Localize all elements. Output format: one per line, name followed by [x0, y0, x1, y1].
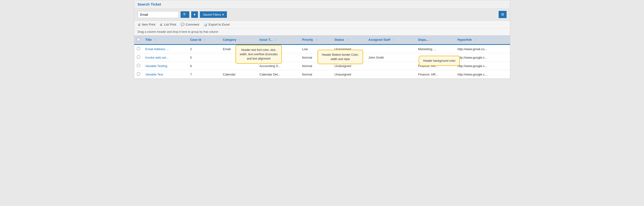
row-title[interactable]: Variable Test: [143, 70, 188, 79]
row-issue-type: Address Book...: [257, 45, 300, 53]
toolbar: 🔍 ▼ Saved Filters ▾ ⚙: [134, 8, 510, 21]
col-header-caseid[interactable]: Case Id ⋮: [188, 36, 220, 45]
saved-filters-arrow: ▾: [222, 13, 224, 16]
table-wrap: Title ⋮ Case Id ⋮ Category ⋮ Issue T..: [134, 36, 510, 79]
col-menu-status[interactable]: ⋮: [346, 38, 349, 42]
row-assigned-staff: [366, 45, 416, 53]
list-print-button[interactable]: 🖨 List Print: [160, 23, 176, 26]
row-checkbox[interactable]: [134, 53, 143, 62]
row-checkbox[interactable]: [134, 45, 143, 53]
row-assigned-staff: John Smith: [366, 53, 416, 62]
table-row: Variable Testing 6 Accounting S... Norma…: [134, 62, 510, 70]
col-menu-issue-type[interactable]: ⋮: [274, 38, 277, 42]
action-bar: 🖨 Item Print 🖨 List Print 💬 Comment 📊 Ex…: [134, 21, 510, 28]
gear-button[interactable]: ⚙: [498, 11, 506, 18]
list-print-icon: 🖨: [160, 23, 163, 26]
drag-hint: Drag a column header and drop it here to…: [134, 28, 510, 36]
export-excel-button[interactable]: 📊 Export to Excel: [204, 23, 230, 26]
row-department: Finance; HR...: [416, 70, 455, 79]
col-header-title[interactable]: Title ⋮: [143, 36, 188, 45]
col-header-status[interactable]: Status ⋮: [332, 36, 366, 45]
filter-icon: ▼: [193, 13, 196, 16]
row-department: Marketing; ...: [416, 45, 455, 53]
col-menu-caseid[interactable]: ⋮: [203, 38, 206, 42]
gear-icon: ⚙: [501, 12, 504, 16]
search-icon: 🔍: [183, 13, 187, 16]
table-header-row: Title ⋮ Case Id ⋮ Category ⋮ Issue T..: [134, 36, 510, 45]
col-menu-hyperlink[interactable]: ⋮: [474, 38, 476, 42]
row-priority: Low: [300, 45, 332, 53]
filter-button[interactable]: ▼: [191, 11, 198, 18]
row-category: Calendar: [220, 70, 257, 79]
col-menu-title[interactable]: ⋮: [154, 38, 156, 42]
saved-filters-label: Saved Filters: [203, 13, 221, 16]
row-caseid: 5: [188, 53, 220, 62]
row-category: [220, 53, 257, 62]
row-hyperlink[interactable]: http://www.google.c...: [455, 53, 510, 62]
col-header-assigned-staff[interactable]: Assigned Staff ⋮: [366, 36, 416, 45]
col-menu-department[interactable]: ⋮: [430, 38, 433, 42]
row-title[interactable]: Invoke web ser...: [143, 53, 188, 62]
window-title: Search Ticket: [138, 2, 161, 6]
title-bar: Search Ticket: [134, 0, 510, 8]
comment-icon: 💬: [180, 23, 184, 26]
row-priority: Normal: [300, 53, 332, 62]
row-department: Finance; HR...: [416, 62, 455, 70]
row-checkbox[interactable]: [134, 62, 143, 70]
row-status: Unassigned: [332, 70, 366, 79]
row-title[interactable]: Variable Testing: [143, 62, 188, 70]
table-row: Email Address ... 2 Email Address Book..…: [134, 45, 510, 53]
row-assigned-staff: [366, 62, 416, 70]
search-input[interactable]: [138, 11, 179, 18]
col-menu-assigned-staff[interactable]: ⋮: [392, 38, 395, 42]
saved-filters-button[interactable]: Saved Filters ▾: [200, 11, 227, 18]
col-menu-category[interactable]: ⋮: [238, 38, 241, 42]
row-caseid: 7: [188, 70, 220, 79]
col-header-priority[interactable]: Priority ⋮: [300, 36, 332, 45]
col-header-checkbox[interactable]: [134, 36, 143, 45]
row-issue-type: [257, 53, 300, 62]
col-header-issue-type[interactable]: Issue T... ⋮: [257, 36, 300, 45]
row-category: [220, 62, 257, 70]
row-assigned-staff: [366, 70, 416, 79]
list-print-label: List Print: [164, 23, 176, 26]
export-icon: 📊: [204, 23, 207, 26]
row-issue-type: Accounting S...: [257, 62, 300, 70]
comment-button[interactable]: 💬 Comment: [180, 23, 199, 26]
row-category: Email: [220, 45, 257, 53]
row-checkbox[interactable]: [134, 70, 143, 79]
main-content: 🖨 Item Print 🖨 List Print 💬 Comment 📊 Ex…: [134, 21, 510, 79]
export-label: Export to Excel: [208, 23, 230, 26]
col-header-category[interactable]: Category ⋮: [220, 36, 257, 45]
item-print-button[interactable]: 🖨 Item Print: [138, 23, 156, 26]
table-row: Variable Test 7 Calendar Calendar Del...…: [134, 70, 510, 79]
row-department: [416, 53, 455, 62]
row-hyperlink[interactable]: http://www.google.c...: [455, 70, 510, 79]
row-issue-type: Calendar Del...: [257, 70, 300, 79]
col-menu-priority[interactable]: ⋮: [315, 38, 318, 42]
row-priority: Normal: [300, 62, 332, 70]
table-row: Invoke web ser... 5 Normal Assigned John…: [134, 53, 510, 62]
row-caseid: 6: [188, 62, 220, 70]
row-title[interactable]: Email Address ...: [143, 45, 188, 53]
row-hyperlink[interactable]: http://www.google.c...: [455, 62, 510, 70]
search-button[interactable]: 🔍: [180, 11, 189, 18]
col-header-department[interactable]: Depa... ⋮: [416, 36, 455, 45]
row-status: Unassigned: [332, 45, 366, 53]
row-status: Assigned: [332, 53, 366, 62]
row-priority: Normal: [300, 70, 332, 79]
col-header-hyperlink[interactable]: Hyperlink ⋮: [455, 36, 510, 45]
item-print-label: Item Print: [142, 23, 156, 26]
select-all-checkbox[interactable]: [137, 38, 140, 41]
row-hyperlink[interactable]: http://www.gmail.co...: [455, 45, 510, 53]
row-status: Unassigned: [332, 62, 366, 70]
comment-label: Comment: [186, 23, 199, 26]
tickets-table: Title ⋮ Case Id ⋮ Category ⋮ Issue T..: [134, 36, 510, 79]
row-caseid: 2: [188, 45, 220, 53]
item-print-icon: 🖨: [138, 23, 141, 26]
